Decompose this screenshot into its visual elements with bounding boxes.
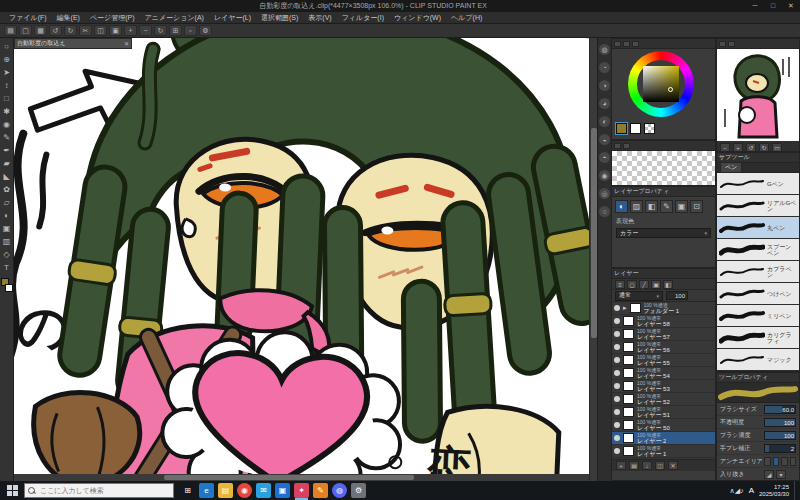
new-file-icon[interactable]: ▤ [4, 25, 17, 36]
copy-icon[interactable]: ◫ [94, 25, 107, 36]
search-input[interactable] [38, 486, 158, 495]
paper-texture-button[interactable]: ⊡ [690, 200, 703, 213]
menu-item-4[interactable]: レイヤー(L) [209, 12, 256, 24]
eye-icon[interactable] [614, 422, 620, 428]
layer-thumbnail[interactable] [623, 381, 634, 391]
layer-row[interactable]: 100 %通常レイヤー 1 [612, 445, 715, 458]
layer-thumbnail[interactable] [623, 394, 634, 404]
antialias-option-2[interactable] [781, 457, 788, 466]
brush-item[interactable]: マジック [717, 349, 799, 371]
color-wheel-tab-icon[interactable] [614, 41, 621, 47]
canvas-hscrollbar[interactable] [14, 474, 589, 481]
menu-item-2[interactable]: ページ管理(P) [85, 12, 140, 24]
transparent-color-chip[interactable] [644, 123, 655, 134]
layer-thumbnail[interactable] [623, 355, 634, 365]
layer-thumbnail[interactable] [623, 329, 634, 339]
action-center-button[interactable] [794, 481, 798, 500]
layer-thumbnail[interactable] [623, 433, 634, 443]
settings-taskbar-icon[interactable]: ⚙ [351, 483, 366, 498]
taskbar-clock[interactable]: 17:25 2025/03/30 [759, 484, 789, 497]
mix-tab-icon[interactable] [614, 143, 621, 149]
fit-view-icon[interactable]: ▭ [772, 143, 782, 152]
eye-icon[interactable] [614, 396, 620, 402]
cut-icon[interactable]: ✂ [79, 25, 92, 36]
document-tab-close-icon[interactable]: ✕ [124, 40, 129, 47]
material-palette-icon[interactable]: ◐ [599, 116, 610, 127]
brush-item[interactable]: ミリペン [717, 305, 799, 327]
layer-row[interactable]: 100 %通常レイヤー 55 [612, 354, 715, 367]
property-slider[interactable]: 60.0 [764, 405, 796, 414]
timeline-palette-icon[interactable]: ◑ [599, 80, 610, 91]
mask-icon[interactable]: ◻ [627, 280, 637, 289]
edge-taskbar-icon[interactable]: e [199, 483, 214, 498]
eye-icon[interactable] [614, 344, 620, 350]
eye-icon[interactable] [614, 305, 620, 311]
subview-thumbnail[interactable] [717, 49, 799, 141]
chevron-down-icon[interactable]: ▾ [776, 470, 786, 479]
brush-item[interactable]: 丸ペン [717, 217, 799, 239]
brush-item[interactable]: リアルGペン [717, 195, 799, 217]
canvas-vscrollbar[interactable] [589, 38, 597, 481]
antialias-option-0[interactable] [764, 457, 771, 466]
menu-item-7[interactable]: フィルター(I) [337, 12, 389, 24]
opacity-field[interactable]: 100 [666, 291, 688, 300]
chrome-taskbar-icon[interactable]: ◉ [237, 483, 252, 498]
redo-icon[interactable]: ↻ [64, 25, 77, 36]
zoom-in-icon[interactable]: + [733, 143, 743, 152]
menu-item-8[interactable]: ウィンドウ(W) [389, 12, 446, 24]
clip-studio-paint-taskbar-icon[interactable]: ✦ [294, 483, 309, 498]
discord-taskbar-icon[interactable]: ◍ [332, 483, 347, 498]
layer-row[interactable]: 100 %通常レイヤー 53 [612, 380, 715, 393]
grid-icon[interactable]: ⊞ [169, 25, 182, 36]
new-folder-icon[interactable]: ▤ [629, 461, 639, 470]
layer-row[interactable]: 100 %通常レイヤー 58 [612, 315, 715, 328]
paste-icon[interactable]: ▣ [109, 25, 122, 36]
mail-taskbar-icon[interactable]: ✉ [256, 483, 271, 498]
all-sides-view-palette-icon[interactable]: ◎ [599, 188, 610, 199]
menu-item-3[interactable]: アニメーション(A) [140, 12, 209, 24]
sub-color-chip[interactable] [630, 123, 641, 134]
eye-icon[interactable] [614, 318, 620, 324]
task-view-taskbar-icon[interactable]: ⊞ [180, 483, 195, 498]
toggle-icon[interactable]: ◢ [764, 470, 774, 479]
layer-row[interactable]: ▸100 %通過フォルダー 1 [612, 302, 715, 315]
airbrush-tool[interactable]: ◣ [1, 170, 13, 183]
menu-item-9[interactable]: ヘルプ(H) [446, 12, 487, 24]
antialias-option-1[interactable] [773, 457, 780, 466]
gradient-tool[interactable]: ▥ [1, 235, 13, 248]
menu-item-0[interactable]: ファイル(F) [4, 12, 52, 24]
reference-layer-button[interactable]: ▣ [675, 200, 688, 213]
layer-thumbnail[interactable] [623, 368, 634, 378]
undo-icon[interactable]: ↺ [49, 25, 62, 36]
eye-icon[interactable] [614, 357, 620, 363]
pen-tool[interactable]: ✎ [1, 131, 13, 144]
auto-action-palette-icon[interactable]: ◉ [599, 170, 610, 181]
property-slider[interactable]: 100 [764, 418, 796, 427]
menu-item-1[interactable]: 編集(E) [52, 12, 85, 24]
zoom-out-icon[interactable]: − [720, 143, 730, 152]
blend-mode-dropdown[interactable]: 通常 ▾ [615, 291, 663, 301]
color-set-tab-icon[interactable] [632, 41, 639, 47]
property-slider[interactable]: 2 [764, 444, 796, 453]
zoom-tool[interactable]: ○ [1, 40, 13, 53]
close-button[interactable]: ✕ [782, 0, 800, 12]
layer-thumbnail[interactable] [630, 303, 641, 313]
subtool-group-tab[interactable]: ペン [720, 162, 742, 173]
history-tab-icon[interactable] [623, 143, 630, 149]
photos-taskbar-icon[interactable]: ▣ [275, 483, 290, 498]
hscroll-thumb[interactable] [164, 475, 414, 480]
auto-select-tool[interactable]: ✱ [1, 105, 13, 118]
layer-thumbnail[interactable] [623, 407, 634, 417]
paint-app-taskbar-icon[interactable]: ✎ [313, 483, 328, 498]
palette-menu-icon[interactable]: ≡ [615, 280, 625, 289]
brush-item[interactable]: カリグラフィ [717, 327, 799, 349]
layer-row[interactable]: 100 %通常レイヤー 51 [612, 406, 715, 419]
eye-icon[interactable] [614, 435, 620, 441]
subtool-detail-palette-icon[interactable]: ○ [599, 206, 610, 217]
information-palette-icon[interactable]: ◕ [599, 98, 610, 109]
layer-color-effect-button[interactable]: ◧ [645, 200, 658, 213]
color-cursor[interactable] [668, 87, 673, 92]
figure-tool[interactable]: ◇ [1, 248, 13, 261]
file-explorer-taskbar-icon[interactable]: ▤ [218, 483, 233, 498]
main-color-chip[interactable] [616, 123, 627, 134]
